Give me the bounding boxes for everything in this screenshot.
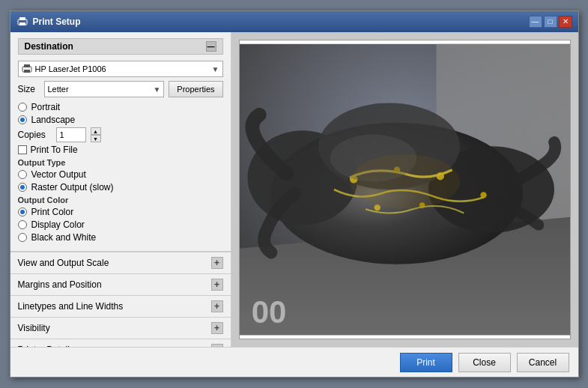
bw-radio[interactable] (18, 233, 27, 242)
landscape-row: Landscape (18, 115, 223, 125)
size-select[interactable]: Letter ▼ (44, 81, 165, 97)
landscape-radio[interactable] (18, 115, 27, 124)
raster-radio[interactable] (18, 183, 27, 192)
visibility-section[interactable]: Visibility + (10, 317, 231, 339)
svg-point-18 (480, 192, 486, 198)
display-color-radio[interactable] (18, 220, 27, 229)
print-color-label: Print Color (31, 207, 74, 217)
printer-select-inner: HP LaserJet P1006 (22, 64, 212, 74)
print-color-radio[interactable] (18, 207, 27, 216)
destination-section: Destination — HP LaserJet (10, 32, 231, 252)
destination-label: Destination (25, 41, 73, 52)
preview-frame: 00 (239, 40, 571, 339)
title-controls: — □ ✕ (529, 16, 572, 28)
printer-title-icon (16, 16, 28, 28)
minimize-button[interactable]: — (529, 16, 542, 28)
vector-label: Vector Output (31, 169, 86, 180)
printer-row: HP LaserJet P1006 ▼ (18, 61, 223, 77)
portrait-row: Portrait (18, 102, 223, 112)
close-button[interactable]: Close (458, 353, 511, 372)
maximize-button[interactable]: □ (544, 16, 557, 28)
vector-radio[interactable] (18, 170, 27, 179)
copies-row: Copies ▲ ▼ (18, 127, 223, 142)
svg-point-3 (24, 21, 25, 22)
right-panel: 00 (231, 32, 578, 347)
landscape-label: Landscape (31, 115, 76, 125)
printer-name: HP LaserJet P1006 (35, 64, 212, 73)
margins-position-section[interactable]: Margins and Position + (10, 273, 231, 295)
linetypes-section[interactable]: Linetypes and Line Widths + (10, 295, 231, 317)
view-output-scale-label: View and Output Scale (18, 258, 109, 268)
title-bar: Print Setup — □ ✕ (10, 11, 578, 32)
print-setup-dialog: Print Setup — □ ✕ Destination — (10, 10, 579, 378)
svg-text:00: 00 (251, 295, 286, 330)
destination-collapse-btn[interactable]: — (206, 41, 216, 52)
svg-rect-2 (19, 17, 25, 20)
svg-rect-6 (24, 64, 30, 67)
portrait-label: Portrait (31, 102, 61, 112)
output-type-section: Output Type Vector Output Raster Output … (18, 158, 223, 193)
svg-rect-5 (24, 70, 30, 73)
margins-position-toggle[interactable]: + (211, 279, 223, 291)
visibility-label: Visibility (18, 323, 50, 333)
output-type-label: Output Type (18, 158, 223, 167)
print-button[interactable]: Print (400, 353, 452, 372)
dialog-title: Print Setup (33, 16, 81, 27)
view-output-scale-section[interactable]: View and Output Scale + (10, 252, 231, 273)
left-panel: Destination — HP LaserJet (10, 32, 231, 347)
cancel-button[interactable]: Cancel (517, 353, 569, 372)
size-dropdown-arrow: ▼ (153, 85, 160, 94)
output-color-section: Output Color Print Color Display Color B… (18, 195, 223, 243)
print-to-file-label: Print To File (31, 145, 78, 155)
dialog-body: Destination — HP LaserJet (10, 32, 578, 347)
copies-down-btn[interactable]: ▼ (91, 135, 101, 142)
close-title-button[interactable]: ✕ (559, 16, 572, 28)
printer-dropdown-arrow: ▼ (212, 65, 219, 73)
size-value: Letter (48, 85, 154, 94)
copies-spinner: ▲ ▼ (91, 127, 101, 142)
bw-row: Black and White (18, 232, 223, 243)
margins-position-label: Margins and Position (18, 279, 102, 290)
destination-header: Destination — (18, 38, 223, 55)
raster-label: Raster Output (slow) (31, 182, 114, 193)
properties-button[interactable]: Properties (169, 81, 222, 97)
title-bar-left: Print Setup (16, 16, 81, 28)
display-color-label: Display Color (31, 219, 85, 230)
printer-details-section[interactable]: Printer Details + (10, 339, 231, 347)
copies-up-btn[interactable]: ▲ (91, 127, 101, 135)
svg-rect-1 (19, 22, 25, 25)
dialog-footer: Print Close Cancel (10, 347, 578, 377)
linetypes-toggle[interactable]: + (211, 300, 223, 312)
output-color-label: Output Color (18, 195, 223, 204)
size-row: Size Letter ▼ Properties (18, 81, 223, 97)
raster-row: Raster Output (slow) (18, 182, 223, 193)
svg-point-7 (28, 68, 30, 70)
size-label: Size (18, 84, 44, 94)
svg-point-22 (350, 154, 460, 210)
vector-row: Vector Output (18, 169, 223, 180)
bw-label: Black and White (31, 232, 97, 243)
view-output-scale-toggle[interactable]: + (211, 257, 223, 269)
printer-select[interactable]: HP LaserJet P1006 ▼ (18, 61, 223, 77)
display-color-row: Display Color (18, 219, 223, 230)
preview-render: 00 (240, 40, 570, 339)
copies-label: Copies (18, 130, 52, 140)
portrait-radio[interactable] (18, 103, 27, 112)
print-to-file-checkbox[interactable] (18, 145, 27, 154)
print-color-row: Print Color (18, 207, 223, 217)
linetypes-label: Linetypes and Line Widths (18, 301, 124, 312)
print-to-file-row: Print To File (18, 145, 223, 155)
visibility-toggle[interactable]: + (211, 322, 223, 334)
copies-input[interactable] (56, 127, 86, 142)
printer-icon (22, 64, 32, 74)
